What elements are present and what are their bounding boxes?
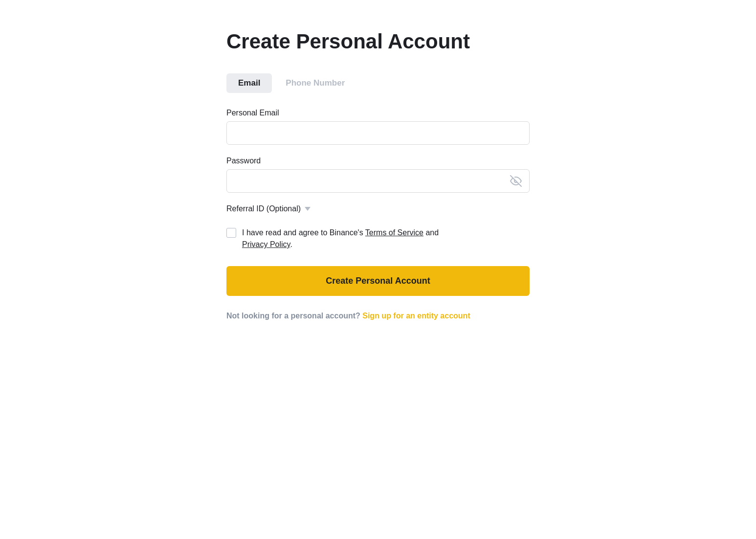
footer-text: Not looking for a personal account? Sign… <box>226 312 470 320</box>
password-field-group: Password <box>226 157 530 193</box>
email-label: Personal Email <box>226 109 530 117</box>
referral-row[interactable]: Referral ID (Optional) <box>226 204 311 213</box>
toggle-password-icon[interactable] <box>510 175 522 187</box>
email-input[interactable] <box>226 121 530 145</box>
password-label: Password <box>226 157 530 165</box>
tab-group: Email Phone Number <box>226 73 356 93</box>
terms-text: I have read and agree to Binance's Terms… <box>242 227 439 250</box>
terms-checkbox[interactable] <box>226 228 236 238</box>
password-wrapper <box>226 169 530 193</box>
terms-link[interactable]: Terms of Service <box>365 228 423 237</box>
referral-label: Referral ID (Optional) <box>226 204 301 213</box>
entity-account-link[interactable]: Sign up for an entity account <box>362 312 470 320</box>
page-title: Create Personal Account <box>226 29 470 54</box>
tab-email[interactable]: Email <box>226 73 272 93</box>
tab-phone[interactable]: Phone Number <box>274 73 356 93</box>
password-input[interactable] <box>226 169 530 193</box>
create-account-button[interactable]: Create Personal Account <box>226 266 530 296</box>
privacy-link[interactable]: Privacy Policy <box>242 240 290 248</box>
referral-chevron-icon <box>305 207 311 211</box>
page-container: Create Personal Account Email Phone Numb… <box>226 29 530 320</box>
terms-checkbox-row: I have read and agree to Binance's Terms… <box>226 227 530 250</box>
email-field-group: Personal Email <box>226 109 530 145</box>
